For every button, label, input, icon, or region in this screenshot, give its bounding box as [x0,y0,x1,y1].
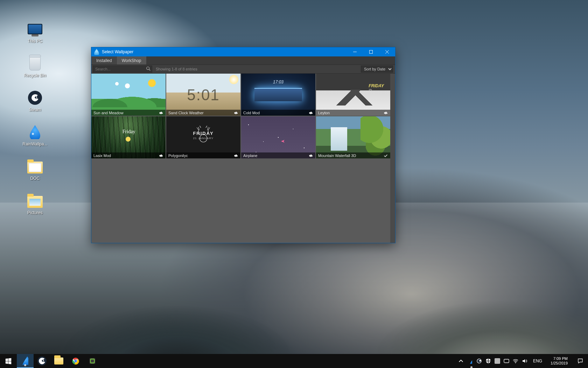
wallpaper-label-bar: Sand Clock Weather [166,110,240,116]
windows-icon [5,357,12,365]
desktop-icon-recycle-bin[interactable]: Recycle Bin [16,55,54,78]
wallpaper-card[interactable]: Sun and Meadow [91,74,166,116]
language-indicator[interactable]: ENG [531,359,544,363]
tray-defender-icon[interactable] [485,358,491,364]
download-cloud-icon [308,153,313,158]
folder-doc-icon [27,158,43,175]
window-titlebar[interactable]: Select Wallpaper [91,47,395,56]
wallpaper-thumb [241,74,315,116]
desktop-icon-label: RainWallpa... [23,142,48,146]
wallpaper-label-bar: Polygonilyc [166,152,240,158]
installed-check-icon [383,153,388,158]
wallpaper-grid: Sun and Meadow5:01Sand Clock WeatherCold… [91,74,390,243]
wallpaper-title: Leyton [318,111,383,115]
tray-volume-icon[interactable] [522,358,527,364]
tray-wifi-icon[interactable] [513,358,518,364]
wallpaper-title: Sand Clock Weather [168,111,233,115]
desktop-icon-pictures[interactable]: Pictures [16,193,54,215]
wallpaper-card[interactable]: Airplane [241,116,315,158]
camtasia-icon [89,357,96,365]
chrome-icon [72,357,79,365]
svg-point-1 [147,67,149,70]
clock-date: 1/25/2019 [551,361,568,366]
wallpaper-grid-wrap: Sun and Meadow5:01Sand Clock WeatherCold… [91,74,395,243]
close-button[interactable] [379,47,395,56]
wallpaper-thumb: 5:01 [166,74,240,116]
tray-show-hidden-icons[interactable] [458,358,464,364]
wallpaper-card[interactable]: FRIDAY21 JANUARYPolygonilyc [166,116,240,158]
folder-pictures-icon [27,193,43,209]
wallpaper-label-bar: Airplane [241,152,315,158]
maximize-button[interactable] [363,47,379,56]
wallpaper-label-bar: Leyton [316,110,390,116]
clock-time: 7:09 PM [551,356,568,361]
taskbar: ENG 7:09 PM 1/25/2019 [0,354,588,368]
wallpaper-title: Polygonilyc [168,154,233,158]
svg-rect-9 [485,361,491,361]
taskbar-file-explorer[interactable] [50,354,67,368]
taskbar-clock[interactable]: 7:09 PM 1/25/2019 [548,356,570,366]
recycle-bin-icon [27,55,43,71]
app-raindrop-icon [94,49,99,55]
wallpaper-card[interactable]: Mountain Waterfall 3D [316,116,390,158]
action-center-button[interactable] [574,358,587,364]
tray-steam-icon[interactable] [476,358,482,364]
desktop-icon-rainwallpaper[interactable]: RainWallpa... [16,124,54,146]
tab-workshop[interactable]: WorkShop [117,56,146,64]
wallpaper-title: Mountain Waterfall 3D [318,154,383,158]
desktop-icon-steam[interactable]: Steam [16,90,54,112]
wallpaper-thumb: FRIDAY25 [316,74,390,116]
search-icon [146,66,151,71]
tray-nvidia-icon[interactable] [495,358,500,364]
window-controls [347,47,395,56]
tab-bar: Installed WorkShop [91,56,395,65]
tray-rainwallpaper-icon[interactable] [467,358,473,364]
minimize-button[interactable] [347,47,363,56]
desktop-icon-label: DOC [30,176,40,181]
wallpaper-card[interactable]: FRIDAY25Leyton [316,74,390,116]
download-cloud-icon [233,110,238,115]
toolbar: Showing 1-8 of 8 entries Sort by Date [91,65,395,74]
taskbar-steam[interactable] [34,354,50,368]
svg-rect-11 [504,359,509,363]
download-cloud-icon [308,110,313,115]
wallpaper-thumb: FRIDAY21 JANUARY [166,116,240,158]
wallpaper-label-bar: Cold Mod [241,110,315,116]
system-tray: ENG 7:09 PM 1/25/2019 [457,354,588,368]
svg-line-2 [149,69,150,71]
download-cloud-icon [383,110,388,115]
taskbar-rainwallpaper[interactable] [17,354,34,368]
download-cloud-icon [159,153,163,158]
desktop-icon-label: Recycle Bin [24,73,46,78]
wallpaper-thumb [316,116,390,158]
taskbar-chrome[interactable] [67,354,84,368]
wallpaper-title: Sun and Meadow [93,111,159,115]
desktop-icon-doc[interactable]: DOC [16,158,54,181]
tab-installed[interactable]: Installed [91,56,117,64]
desktop-icon-label: Pictures [27,210,42,215]
svg-rect-0 [370,50,373,54]
wallpaper-card[interactable]: FridayLasix Mod [91,116,166,158]
scrollbar[interactable] [390,74,395,243]
wallpaper-title: Lasix Mod [93,154,159,158]
download-cloud-icon [233,153,238,158]
pc-icon [27,21,43,37]
tray-bluetooth-icon[interactable] [504,358,509,364]
desktop-icon-label: This PC [28,39,43,43]
taskbar-camtasia[interactable] [84,354,101,368]
wallpaper-label-bar: Sun and Meadow [91,110,166,116]
wallpaper-thumb [241,116,315,158]
folder-icon [54,357,63,364]
wallpaper-thumb [91,74,166,116]
wallpaper-card[interactable]: 5:01Sand Clock Weather [166,74,240,116]
search-input[interactable] [93,66,152,73]
desktop-icon-this-pc[interactable]: This PC [16,21,54,43]
wallpaper-label-bar: Lasix Mod [91,152,166,158]
wallpaper-card[interactable]: Cold Mod [241,74,315,116]
start-button[interactable] [0,354,17,368]
sort-dropdown[interactable]: Sort by Date [361,66,393,73]
steam-icon [27,90,43,106]
raindrop-icon [27,124,43,140]
svg-point-4 [74,360,77,362]
download-cloud-icon [159,110,163,115]
